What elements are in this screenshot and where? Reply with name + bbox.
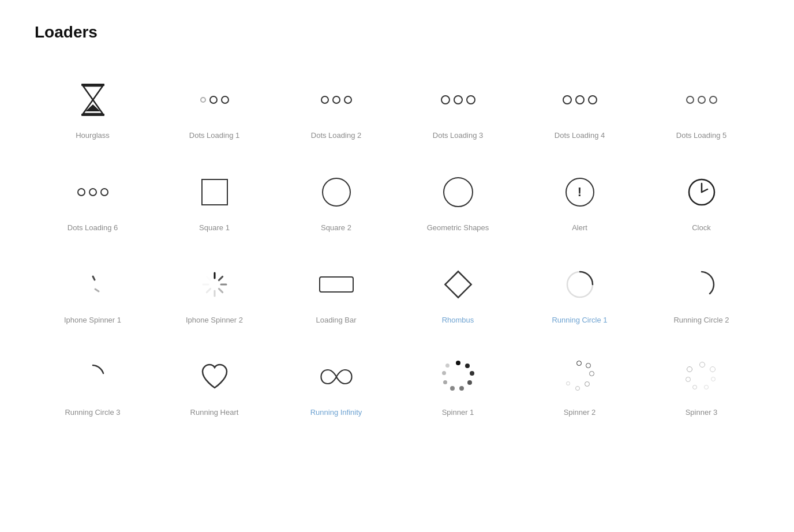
item-running-heart: Running Heart (156, 342, 272, 422)
iphone-spinner-2-label: Iphone Spinner 2 (186, 316, 243, 324)
dots-loading-4-icon (563, 77, 597, 123)
item-spinner-1: Spinner 1 (400, 342, 516, 422)
item-iphone-spinner-1: Iphone Spinner 1 (35, 249, 151, 330)
item-dots-loading-2: Dots Loading 2 (278, 65, 394, 145)
item-spinner-3: Spinner 3 (643, 342, 759, 422)
dots-loading-2-label: Dots Loading 2 (311, 131, 361, 140)
dots-loading-5-icon (686, 77, 717, 123)
svg-line-10 (219, 289, 222, 292)
square-2-icon (322, 169, 351, 215)
item-running-circle-3: Running Circle 3 (35, 342, 151, 422)
spinner-1-icon (442, 354, 474, 400)
item-dots-loading-1: Dots Loading 1 (156, 65, 272, 145)
loading-bar-icon (319, 261, 354, 308)
svg-line-5 (93, 276, 95, 280)
running-circle-3-icon (78, 354, 108, 400)
rhombus-label: Rhombus (442, 316, 474, 324)
dots-loading-1-label: Dots Loading 1 (189, 131, 239, 140)
spinner-2-label: Spinner 2 (564, 408, 596, 417)
running-circle-3-label: Running Circle 3 (65, 408, 120, 417)
hourglass-label: Hourglass (76, 131, 110, 140)
item-alert: ! Alert (522, 157, 638, 238)
iphone-spinner-1-label: Iphone Spinner 1 (64, 316, 121, 324)
item-running-circle-1: Running Circle 1 (522, 249, 638, 330)
clock-label: Clock (692, 223, 711, 232)
item-iphone-spinner-2: Iphone Spinner 2 (156, 249, 272, 330)
item-loading-bar: Loading Bar (278, 249, 394, 330)
hourglass-icon (78, 77, 107, 123)
running-circle-1-icon (565, 261, 595, 308)
item-spinner-2: Spinner 2 (522, 342, 638, 422)
spinner-1-label: Spinner 1 (442, 408, 474, 417)
rhombus-icon (443, 261, 473, 308)
dots-loading-3-icon (441, 77, 475, 123)
alert-label: Alert (572, 223, 587, 232)
running-circle-1-label: Running Circle 1 (552, 316, 607, 324)
running-infinity-icon (319, 354, 354, 400)
square-1-icon (201, 169, 228, 215)
dots-loading-3-label: Dots Loading 3 (433, 131, 483, 140)
spinner-3-icon (684, 354, 719, 400)
dots-loading-4-label: Dots Loading 4 (555, 131, 605, 140)
item-geometric-shapes: Geometric Shapes (400, 157, 516, 238)
svg-rect-15 (445, 271, 471, 297)
page-title: Loaders (35, 23, 759, 42)
alert-icon: ! (565, 169, 594, 215)
loaders-grid: Hourglass Dots Loading 1 Dots Loading 2 (35, 65, 759, 422)
dots-loading-5-label: Dots Loading 5 (676, 131, 726, 140)
svg-line-6 (95, 289, 99, 291)
item-running-infinity: Running Infinity (278, 342, 394, 422)
item-dots-loading-5: Dots Loading 5 (643, 65, 759, 145)
iphone-spinner-1-icon (81, 261, 104, 308)
running-circle-2-icon (687, 261, 717, 308)
spinner-3-label: Spinner 3 (686, 408, 718, 417)
iphone-spinner-2-icon (200, 261, 229, 308)
dots-loading-2-icon (321, 77, 352, 123)
item-dots-loading-6: Dots Loading 6 (35, 157, 151, 238)
svg-line-14 (207, 276, 210, 280)
dots-loading-1-icon (200, 77, 229, 123)
running-infinity-label: Running Infinity (310, 408, 362, 417)
svg-line-12 (207, 289, 210, 292)
item-dots-loading-3: Dots Loading 3 (400, 65, 516, 145)
item-clock: Clock (643, 157, 759, 238)
spinner-2-icon (564, 354, 596, 400)
geometric-shapes-icon (443, 169, 473, 215)
square-2-label: Square 2 (321, 223, 351, 232)
item-hourglass: Hourglass (35, 65, 151, 145)
running-heart-label: Running Heart (190, 408, 239, 417)
item-square-1: Square 1 (156, 157, 272, 238)
svg-line-8 (219, 276, 222, 280)
item-rhombus: Rhombus (400, 249, 516, 330)
item-square-2: Square 2 (278, 157, 394, 238)
svg-line-4 (702, 189, 707, 192)
item-running-circle-2: Running Circle 2 (643, 249, 759, 330)
dots-loading-6-label: Dots Loading 6 (68, 223, 118, 232)
geometric-shapes-label: Geometric Shapes (427, 223, 489, 232)
running-heart-icon (200, 354, 229, 400)
item-dots-loading-4: Dots Loading 4 (522, 65, 638, 145)
dots-loading-6-icon (77, 169, 108, 215)
loading-bar-label: Loading Bar (316, 316, 356, 324)
clock-icon (687, 169, 716, 215)
running-circle-2-label: Running Circle 2 (673, 316, 729, 324)
square-1-label: Square 1 (199, 223, 230, 232)
